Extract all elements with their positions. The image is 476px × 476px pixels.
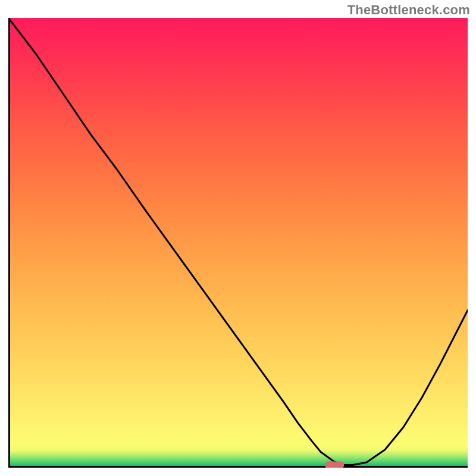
bottleneck-chart: [8, 18, 468, 468]
watermark-text: TheBottleneck.com: [347, 2, 470, 18]
gradient-background: [10, 18, 468, 466]
marker-optimal-point: [325, 461, 344, 468]
chart-container: TheBottleneck.com: [0, 0, 476, 476]
chart-svg: [8, 18, 468, 468]
